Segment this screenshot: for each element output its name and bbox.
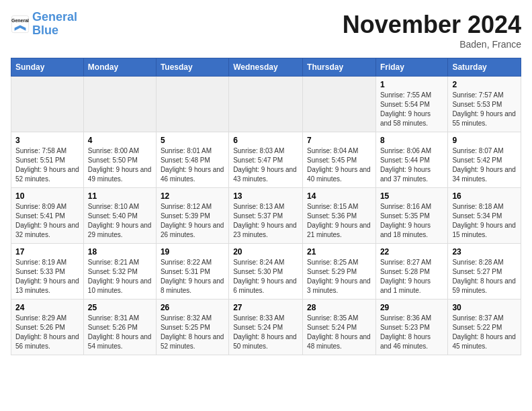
weekday-header-thursday: Thursday <box>303 58 376 77</box>
day-number: 16 <box>452 191 517 201</box>
day-cell: 26Sunrise: 8:32 AM Sunset: 5:25 PM Dayli… <box>156 300 228 355</box>
day-info: Sunrise: 8:21 AM Sunset: 5:32 PM Dayligh… <box>88 258 152 295</box>
day-cell: 29Sunrise: 8:36 AM Sunset: 5:23 PM Dayli… <box>375 300 447 355</box>
day-info: Sunrise: 8:37 AM Sunset: 5:22 PM Dayligh… <box>452 314 517 351</box>
day-number: 19 <box>161 247 224 257</box>
day-info: Sunrise: 8:01 AM Sunset: 5:48 PM Dayligh… <box>161 146 224 184</box>
day-cell: 5Sunrise: 8:01 AM Sunset: 5:48 PM Daylig… <box>156 132 228 188</box>
day-cell <box>229 77 303 132</box>
month-title: November 2024 <box>343 11 521 39</box>
day-cell <box>83 77 156 132</box>
day-info: Sunrise: 8:18 AM Sunset: 5:34 PM Dayligh… <box>452 202 517 240</box>
day-number: 7 <box>307 136 371 145</box>
day-number: 6 <box>233 136 298 145</box>
day-cell: 8Sunrise: 8:06 AM Sunset: 5:44 PM Daylig… <box>375 132 447 188</box>
day-number: 4 <box>88 136 152 145</box>
logo: General GeneralBlue <box>11 11 77 38</box>
day-cell: 6Sunrise: 8:03 AM Sunset: 5:47 PM Daylig… <box>229 132 303 188</box>
day-info: Sunrise: 8:25 AM Sunset: 5:29 PM Dayligh… <box>307 258 371 295</box>
svg-text:General: General <box>11 18 29 23</box>
day-cell: 15Sunrise: 8:16 AM Sunset: 5:35 PM Dayli… <box>375 188 447 244</box>
day-number: 11 <box>88 191 152 201</box>
day-info: Sunrise: 8:35 AM Sunset: 5:24 PM Dayligh… <box>307 314 371 351</box>
day-info: Sunrise: 8:31 AM Sunset: 5:26 PM Dayligh… <box>88 314 152 351</box>
day-info: Sunrise: 8:06 AM Sunset: 5:44 PM Dayligh… <box>380 146 443 184</box>
weekday-header-row: SundayMondayTuesdayWednesdayThursdayFrid… <box>11 58 521 77</box>
day-cell: 27Sunrise: 8:33 AM Sunset: 5:24 PM Dayli… <box>229 300 303 355</box>
week-row-3: 17Sunrise: 8:19 AM Sunset: 5:33 PM Dayli… <box>11 244 521 300</box>
day-cell: 22Sunrise: 8:27 AM Sunset: 5:28 PM Dayli… <box>375 244 447 300</box>
day-info: Sunrise: 8:10 AM Sunset: 5:40 PM Dayligh… <box>88 202 152 240</box>
day-info: Sunrise: 7:58 AM Sunset: 5:51 PM Dayligh… <box>15 146 79 184</box>
day-info: Sunrise: 8:15 AM Sunset: 5:36 PM Dayligh… <box>307 202 371 240</box>
week-row-0: 1Sunrise: 7:55 AM Sunset: 5:54 PM Daylig… <box>11 77 521 132</box>
day-cell: 12Sunrise: 8:12 AM Sunset: 5:39 PM Dayli… <box>156 188 228 244</box>
day-info: Sunrise: 8:28 AM Sunset: 5:27 PM Dayligh… <box>452 258 517 295</box>
day-info: Sunrise: 8:32 AM Sunset: 5:25 PM Dayligh… <box>161 314 224 351</box>
day-number: 22 <box>380 247 443 257</box>
day-cell: 7Sunrise: 8:04 AM Sunset: 5:45 PM Daylig… <box>303 132 376 188</box>
day-info: Sunrise: 8:03 AM Sunset: 5:47 PM Dayligh… <box>233 146 298 184</box>
day-cell: 1Sunrise: 7:55 AM Sunset: 5:54 PM Daylig… <box>375 77 447 132</box>
week-row-1: 3Sunrise: 7:58 AM Sunset: 5:51 PM Daylig… <box>11 132 521 188</box>
day-cell: 14Sunrise: 8:15 AM Sunset: 5:36 PM Dayli… <box>303 188 376 244</box>
day-number: 1 <box>380 80 443 89</box>
day-cell: 13Sunrise: 8:13 AM Sunset: 5:37 PM Dayli… <box>229 188 303 244</box>
logo-icon: General <box>11 15 30 34</box>
week-row-2: 10Sunrise: 8:09 AM Sunset: 5:41 PM Dayli… <box>11 188 521 244</box>
day-number: 10 <box>15 191 79 201</box>
day-number: 5 <box>161 136 224 145</box>
day-info: Sunrise: 8:12 AM Sunset: 5:39 PM Dayligh… <box>161 202 224 240</box>
day-number: 2 <box>452 80 517 89</box>
day-number: 12 <box>161 191 224 201</box>
location: Baden, France <box>343 39 521 50</box>
day-number: 15 <box>380 191 443 201</box>
day-info: Sunrise: 8:24 AM Sunset: 5:30 PM Dayligh… <box>233 258 298 295</box>
day-info: Sunrise: 7:55 AM Sunset: 5:54 PM Dayligh… <box>380 91 443 128</box>
day-number: 18 <box>88 247 152 257</box>
day-cell: 20Sunrise: 8:24 AM Sunset: 5:30 PM Dayli… <box>229 244 303 300</box>
day-info: Sunrise: 8:29 AM Sunset: 5:26 PM Dayligh… <box>15 314 79 351</box>
day-info: Sunrise: 8:27 AM Sunset: 5:28 PM Dayligh… <box>380 258 443 295</box>
day-number: 25 <box>88 303 152 312</box>
day-info: Sunrise: 8:33 AM Sunset: 5:24 PM Dayligh… <box>233 314 298 351</box>
day-number: 27 <box>233 303 298 312</box>
day-info: Sunrise: 8:36 AM Sunset: 5:23 PM Dayligh… <box>380 314 443 351</box>
day-cell: 10Sunrise: 8:09 AM Sunset: 5:41 PM Dayli… <box>11 188 84 244</box>
day-info: Sunrise: 8:13 AM Sunset: 5:37 PM Dayligh… <box>233 202 298 240</box>
day-number: 13 <box>233 191 298 201</box>
day-info: Sunrise: 8:04 AM Sunset: 5:45 PM Dayligh… <box>307 146 371 184</box>
day-cell: 30Sunrise: 8:37 AM Sunset: 5:22 PM Dayli… <box>448 300 521 355</box>
week-row-4: 24Sunrise: 8:29 AM Sunset: 5:26 PM Dayli… <box>11 300 521 355</box>
day-cell: 11Sunrise: 8:10 AM Sunset: 5:40 PM Dayli… <box>83 188 156 244</box>
day-number: 8 <box>380 136 443 145</box>
day-cell: 17Sunrise: 8:19 AM Sunset: 5:33 PM Dayli… <box>11 244 84 300</box>
day-cell <box>11 77 84 132</box>
day-cell: 24Sunrise: 8:29 AM Sunset: 5:26 PM Dayli… <box>11 300 84 355</box>
day-info: Sunrise: 8:19 AM Sunset: 5:33 PM Dayligh… <box>15 258 79 295</box>
day-cell: 25Sunrise: 8:31 AM Sunset: 5:26 PM Dayli… <box>83 300 156 355</box>
day-cell: 18Sunrise: 8:21 AM Sunset: 5:32 PM Dayli… <box>83 244 156 300</box>
day-number: 9 <box>452 136 517 145</box>
day-number: 30 <box>452 303 517 312</box>
day-info: Sunrise: 8:09 AM Sunset: 5:41 PM Dayligh… <box>15 202 79 240</box>
day-info: Sunrise: 7:57 AM Sunset: 5:53 PM Dayligh… <box>452 91 517 128</box>
day-cell: 19Sunrise: 8:22 AM Sunset: 5:31 PM Dayli… <box>156 244 228 300</box>
calendar-table: SundayMondayTuesdayWednesdayThursdayFrid… <box>11 58 521 355</box>
weekday-header-monday: Monday <box>83 58 156 77</box>
weekday-header-saturday: Saturday <box>448 58 521 77</box>
day-number: 14 <box>307 191 371 201</box>
day-number: 23 <box>452 247 517 257</box>
day-number: 20 <box>233 247 298 257</box>
header: General GeneralBlue November 2024 Baden,… <box>11 11 521 50</box>
day-cell: 23Sunrise: 8:28 AM Sunset: 5:27 PM Dayli… <box>448 244 521 300</box>
logo-name: GeneralBlue <box>32 11 77 38</box>
day-number: 26 <box>161 303 224 312</box>
day-cell: 3Sunrise: 7:58 AM Sunset: 5:51 PM Daylig… <box>11 132 84 188</box>
day-info: Sunrise: 8:07 AM Sunset: 5:42 PM Dayligh… <box>452 146 517 184</box>
day-info: Sunrise: 8:00 AM Sunset: 5:50 PM Dayligh… <box>88 146 152 184</box>
day-info: Sunrise: 8:22 AM Sunset: 5:31 PM Dayligh… <box>161 258 224 295</box>
weekday-header-wednesday: Wednesday <box>229 58 303 77</box>
weekday-header-sunday: Sunday <box>11 58 84 77</box>
calendar-body: 1Sunrise: 7:55 AM Sunset: 5:54 PM Daylig… <box>11 77 521 355</box>
